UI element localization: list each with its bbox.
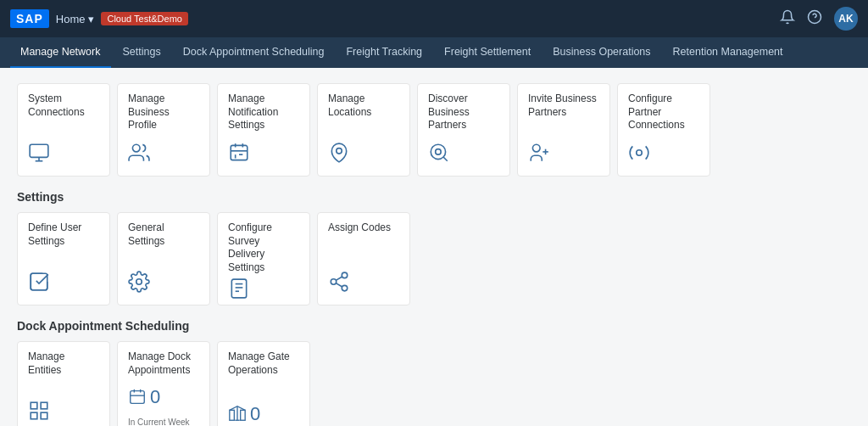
tile-configure-survey-delivery[interactable]: Configure Survey Delivery Settings — [217, 212, 310, 305]
gate-operations-count: 0 — [250, 403, 260, 425]
svg-point-27 — [331, 279, 337, 285]
svg-rect-20 — [31, 273, 47, 290]
dock-scheduling-section-title: Dock Appointment Scheduling — [17, 319, 851, 333]
gate-operations-icon — [228, 404, 247, 426]
configure-connections-icon — [628, 142, 699, 169]
tile-manage-entities[interactable]: Manage Entities — [17, 341, 110, 426]
tile-general-settings[interactable]: General Settings — [117, 212, 210, 305]
svg-point-15 — [436, 149, 442, 155]
tile-manage-notification-settings[interactable]: Manage Notification Settings — [217, 83, 310, 177]
svg-line-14 — [443, 157, 448, 161]
main-content: System Connections Manage Business Profi… — [0, 68, 868, 426]
svg-line-30 — [336, 277, 342, 280]
manage-business-profile-icon — [128, 142, 199, 169]
tile-bottom: 0 — [228, 401, 299, 426]
nav-item-retention-management[interactable]: Retention Management — [663, 37, 793, 68]
dock-appointments-count: 0 — [150, 386, 160, 408]
svg-point-12 — [337, 149, 342, 154]
home-button[interactable]: Home ▾ — [56, 13, 95, 25]
svg-point-5 — [132, 144, 140, 152]
tile-title: Define User Settings — [28, 221, 99, 248]
svg-rect-40 — [241, 410, 246, 420]
notification-settings-icon — [228, 142, 299, 169]
svg-point-28 — [342, 285, 348, 291]
svg-line-29 — [336, 283, 342, 287]
settings-section-title: Settings — [17, 190, 851, 204]
svg-rect-39 — [230, 410, 235, 420]
svg-rect-34 — [41, 412, 47, 419]
tile-configure-partner-connections[interactable]: Configure Partner Connections — [617, 83, 710, 177]
svg-rect-33 — [31, 412, 37, 419]
user-avatar[interactable]: AK — [834, 7, 858, 31]
svg-point-19 — [637, 150, 643, 156]
system-connections-icon — [28, 142, 99, 169]
svg-rect-32 — [41, 402, 47, 409]
tile-title: System Connections — [28, 92, 99, 119]
nav-item-freight-settlement[interactable]: Freight Settlement — [434, 37, 541, 68]
tile-title: General Settings — [128, 221, 199, 248]
dock-scheduling-tiles: Manage Entities Manage Dock Appointments… — [17, 341, 851, 426]
top-bar: SAP Home ▾ Cloud Test&Demo AK — [0, 0, 868, 37]
svg-rect-35 — [131, 390, 145, 403]
svg-point-16 — [532, 144, 540, 152]
manage-entities-icon — [28, 400, 99, 426]
nav-item-settings[interactable]: Settings — [113, 37, 171, 68]
tile-title: Manage Notification Settings — [228, 92, 299, 132]
sap-logo: SAP — [10, 9, 49, 28]
tile-manage-locations[interactable]: Manage Locations — [317, 83, 410, 177]
general-settings-icon — [128, 271, 199, 298]
nav-item-freight-tracking[interactable]: Freight Tracking — [336, 37, 432, 68]
tile-title: Manage Business Profile — [128, 92, 199, 132]
tile-discover-business-partners[interactable]: Discover Business Partners — [417, 83, 510, 177]
tile-title: Discover Business Partners — [428, 92, 499, 132]
tile-manage-business-profile[interactable]: Manage Business Profile — [117, 83, 210, 177]
manage-network-tiles: System Connections Manage Business Profi… — [17, 83, 851, 177]
tile-manage-dock-appointments[interactable]: Manage Dock Appointments 0 In Current We… — [117, 341, 210, 426]
tile-title: Manage Entities — [28, 350, 99, 377]
discover-partners-icon — [428, 142, 499, 169]
chevron-down-icon: ▾ — [88, 13, 94, 25]
nav-bar: Manage Network Settings Dock Appointment… — [0, 37, 868, 68]
nav-item-dock-scheduling[interactable]: Dock Appointment Scheduling — [173, 37, 335, 68]
settings-tiles: Define User Settings General Settings Co… — [17, 212, 851, 305]
tile-system-connections[interactable]: System Connections — [17, 83, 110, 177]
svg-point-21 — [136, 279, 142, 285]
tile-define-user-settings[interactable]: Define User Settings — [17, 212, 110, 305]
tile-manage-gate-operations[interactable]: Manage Gate Operations 0 — [217, 341, 310, 426]
tile-invite-business-partners[interactable]: Invite Business Partners — [517, 83, 610, 177]
dock-appointments-sub: In Current Week — [128, 418, 199, 426]
home-label: Home — [56, 13, 86, 25]
manage-locations-icon — [328, 142, 399, 169]
notifications-icon[interactable] — [780, 9, 795, 28]
svg-rect-2 — [30, 144, 48, 157]
tile-title: Manage Gate Operations — [228, 350, 299, 377]
tile-title: Configure Survey Delivery Settings — [228, 221, 299, 274]
invite-partners-icon — [528, 142, 599, 169]
svg-rect-31 — [31, 402, 37, 409]
env-badge: Cloud Test&Demo — [101, 12, 187, 25]
nav-item-business-operations[interactable]: Business Operations — [542, 37, 660, 68]
nav-item-manage-network[interactable]: Manage Network — [10, 37, 111, 68]
svg-point-13 — [431, 144, 445, 159]
dock-appointments-icon — [128, 388, 147, 411]
tile-title: Manage Dock Appointments — [128, 350, 199, 377]
configure-survey-icon — [228, 277, 299, 305]
tile-bottom: 0 — [128, 384, 199, 411]
svg-point-26 — [342, 272, 348, 278]
tile-title: Assign Codes — [328, 221, 399, 235]
svg-rect-6 — [231, 145, 248, 160]
help-icon[interactable] — [807, 9, 822, 28]
tile-title: Configure Partner Connections — [628, 92, 699, 132]
top-bar-right: AK — [780, 7, 858, 31]
tile-title: Manage Locations — [328, 92, 399, 119]
svg-rect-22 — [231, 280, 246, 299]
assign-codes-icon — [328, 271, 399, 298]
tile-assign-codes[interactable]: Assign Codes — [317, 212, 410, 305]
tile-title: Invite Business Partners — [528, 92, 599, 119]
define-user-settings-icon — [28, 271, 99, 298]
